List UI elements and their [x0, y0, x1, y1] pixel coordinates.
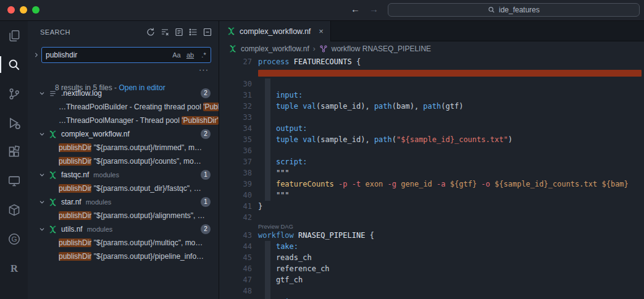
match-count-badge: 1 [201, 170, 211, 180]
search-match-row[interactable]: publishDir "${params.output}/counts", mo… [28, 154, 219, 168]
line-number: 35 [220, 134, 252, 145]
search-match-row[interactable]: publishDir "${params.output}/multiqc", m… [28, 236, 219, 250]
search-sidebar: SEARCH Aa ab .* ··· 8 results in 5 files… [28, 21, 219, 299]
file-name: .nextflow.log [61, 89, 102, 98]
code-line: 40 """ [220, 190, 644, 201]
open-new-search-editor-icon[interactable] [174, 27, 184, 37]
search-details-toggle[interactable]: ··· [199, 65, 209, 74]
line-number: 40 [220, 190, 252, 201]
log-file-icon [48, 89, 57, 98]
line-number: 36 [220, 145, 252, 156]
search-icon [488, 6, 495, 14]
zoom-window-button[interactable] [32, 6, 40, 14]
code-area: 27process FEATURECOUNTS {3031 input:32 t… [220, 56, 644, 299]
activity-package-icon[interactable] [0, 195, 28, 224]
line-number: 45 [220, 252, 252, 263]
line-number: 43 [220, 230, 252, 241]
view-as-list-icon[interactable] [188, 27, 198, 37]
activity-remote-explorer-icon[interactable] [0, 166, 28, 195]
line-number: 30 [220, 78, 252, 90]
search-result-file-row[interactable]: fastqc.nfmodules1 [28, 168, 219, 182]
regex-toggle[interactable]: .* [199, 51, 208, 59]
nextflow-icon [228, 44, 237, 53]
chevron-down-icon[interactable] [38, 130, 46, 138]
activity-source-control-icon[interactable] [0, 79, 28, 108]
minimize-window-button[interactable] [20, 6, 27, 14]
breadcrumb-symbol[interactable]: workflow RNASEQ_PIPELINE [332, 44, 431, 53]
activity-gitlens-icon[interactable]: G [0, 224, 28, 253]
search-result-file-row[interactable]: star.nfmodules1 [28, 195, 219, 209]
command-center-search[interactable]: ide_features [388, 3, 640, 17]
breadcrumb-file[interactable]: complex_workflow.nf [241, 44, 309, 53]
chevron-down-icon[interactable] [38, 171, 46, 179]
nextflow-icon [48, 171, 57, 180]
folded-match-row [220, 67, 644, 78]
toggle-replace-icon[interactable] [32, 51, 41, 59]
line-number: 34 [220, 123, 252, 134]
chevron-down-icon[interactable] [38, 89, 46, 98]
code-line: 46 reference_ch [220, 263, 644, 274]
match-highlight: publishDir [59, 211, 91, 220]
code-line: 27process FEATURECOUNTS { [220, 56, 644, 67]
code-line: 41} [220, 201, 644, 212]
navigate-forward-icon[interactable]: → [369, 4, 378, 14]
indent-guide [265, 241, 270, 252]
clear-search-results-icon[interactable] [160, 27, 170, 37]
codelens-preview-dag[interactable]: Preview DAG [220, 223, 644, 230]
chevron-down-icon[interactable] [38, 198, 46, 206]
tab-complex-workflow[interactable]: complex_workflow.nf × [220, 21, 331, 41]
line-number: 37 [220, 156, 252, 167]
indent-guide [265, 90, 270, 101]
search-match-row[interactable]: publishDir "${params.output_dir}/fastqc"… [28, 182, 219, 195]
match-count-badge: 1 [201, 197, 211, 207]
search-match-row[interactable]: publishDir "${params.output}/trimmed", m… [28, 141, 219, 154]
code-line: 47 gtf_ch [220, 274, 644, 285]
close-window-button[interactable] [7, 6, 15, 14]
folded-match-highlight [258, 70, 642, 77]
search-result-file-row[interactable]: .nextflow.log2 [28, 86, 219, 100]
search-match-row[interactable]: publishDir "${params.output}/pipeline_in… [28, 250, 219, 263]
navigate-back-icon[interactable]: ← [351, 4, 360, 14]
window-controls [7, 6, 40, 14]
code-line: 30 [220, 78, 644, 90]
search-result-file-row[interactable]: complex_workflow.nf2 [28, 127, 219, 141]
match-case-toggle[interactable]: Aa [172, 51, 181, 59]
file-name: fastqc.nf [61, 171, 89, 179]
collapse-all-icon[interactable] [203, 27, 212, 37]
code-line: 39 featureCounts -p -t exon -g gene_id -… [220, 179, 644, 190]
indent-guide [265, 190, 270, 201]
file-name: star.nf [61, 198, 82, 206]
chevron-down-icon[interactable] [38, 225, 46, 234]
line-number: 31 [220, 90, 252, 101]
code-line: 48 [220, 285, 644, 297]
close-tab-icon[interactable]: × [319, 27, 324, 36]
nextflow-icon [48, 130, 57, 139]
code-line: 44 take: [220, 241, 644, 252]
activity-r-tools-icon[interactable]: R [0, 253, 28, 282]
search-input[interactable] [42, 51, 170, 59]
activity-explorer-icon[interactable] [0, 21, 28, 50]
svg-text:R: R [10, 263, 19, 274]
search-match-row[interactable]: …ThreadPoolBuilder - Creating thread poo… [28, 100, 219, 114]
breadcrumb-separator: › [313, 44, 316, 53]
file-name: utils.nf [61, 225, 83, 234]
line-number: 48 [220, 285, 252, 297]
code-line: 32 tuple val(sample_id), path(bam), path… [220, 101, 644, 112]
indent-guide [265, 274, 270, 285]
refresh-icon[interactable] [146, 27, 156, 37]
titlebar: ← → ide_features [0, 0, 644, 21]
activity-extensions-icon[interactable] [0, 137, 28, 166]
svg-text:G: G [11, 235, 17, 243]
activity-run-debug-icon[interactable] [0, 108, 28, 137]
search-match-row[interactable]: …ThreadPoolManager - Thread pool 'Publis… [28, 114, 219, 127]
search-match-row[interactable]: publishDir "${params.output}/alignments"… [28, 209, 219, 222]
activity-search-icon[interactable] [0, 50, 28, 79]
indent-guide [265, 101, 270, 112]
code-line: 38 """ [220, 167, 644, 179]
line-number: 42 [220, 212, 252, 223]
match-highlight: publishDir [59, 157, 91, 166]
sidebar-title: SEARCH [40, 28, 70, 36]
search-result-file-row[interactable]: utils.nfmodules2 [28, 222, 219, 236]
whole-word-toggle[interactable]: ab [186, 51, 194, 59]
line-number: 33 [220, 112, 252, 123]
